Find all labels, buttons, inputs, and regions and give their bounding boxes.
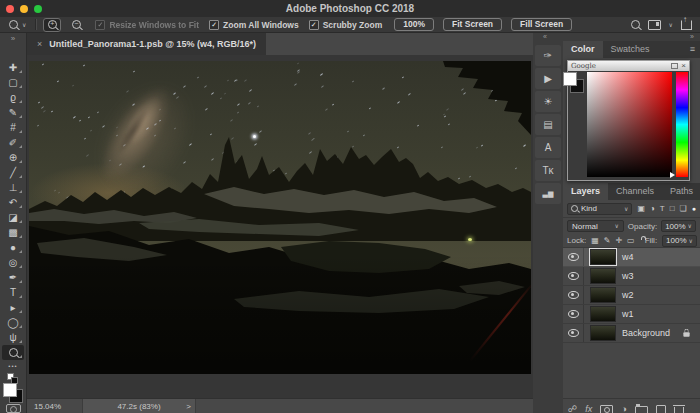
eraser-tool[interactable]: ◪ <box>2 210 24 225</box>
foreground-color-swatch[interactable] <box>563 72 577 86</box>
layer-filter-kind-select[interactable]: Kind ∨ <box>567 203 632 215</box>
checkbox-scrubby-zoom[interactable]: ✓Scrubby Zoom <box>309 20 383 30</box>
edit-toolbar-button[interactable]: ••• <box>8 363 17 369</box>
link-layers-icon[interactable]: ☍ <box>568 405 577 413</box>
hue-cursor[interactable] <box>670 172 675 178</box>
pen-tool[interactable]: ✒ <box>2 270 24 285</box>
hue-slider[interactable] <box>676 72 688 177</box>
adjustment-filter-icon[interactable]: ◑ <box>650 205 655 213</box>
hand-tool[interactable]: ψ <box>2 330 24 345</box>
tab-paths[interactable]: Paths <box>662 183 700 200</box>
actions-play-icon[interactable]: ▶ <box>535 68 561 89</box>
filter-toggle[interactable]: ● <box>692 205 696 212</box>
visibility-toggle[interactable] <box>563 267 584 285</box>
expand-toolbar-button[interactable]: » <box>11 33 15 45</box>
visibility-toggle[interactable] <box>563 286 584 304</box>
share-icon[interactable]: ↑ <box>681 20 692 30</box>
quick-mask-button[interactable] <box>6 404 21 413</box>
fill-value[interactable]: 100% ∨ <box>662 235 697 247</box>
tab-layers[interactable]: Layers <box>563 183 608 200</box>
fit-screen-button[interactable]: Fit Screen <box>443 18 502 31</box>
panel-menu-icon[interactable]: ≡ <box>690 41 700 58</box>
ellipse-tool[interactable]: ◯ <box>2 315 24 330</box>
visibility-toggle[interactable] <box>563 305 584 323</box>
visibility-toggle[interactable] <box>563 248 584 266</box>
default-colors-icon[interactable] <box>7 373 19 380</box>
zoom-percentage[interactable]: 15.04% <box>34 402 61 411</box>
type-tool[interactable]: T <box>2 285 24 300</box>
google-window-titlebar[interactable]: Google × <box>568 61 689 71</box>
document-tab[interactable]: × Untitled_Panorama1-1.psb @ 15% (w4, RG… <box>27 33 266 55</box>
chevron-down-icon[interactable]: ∨ <box>669 22 673 28</box>
move-tool[interactable]: ✚ <box>2 60 24 75</box>
lock-pixels-icon[interactable]: ✎ <box>604 237 611 245</box>
blend-mode-select[interactable]: Normal ∨ <box>567 220 624 232</box>
history-brush-tool[interactable]: ↶ <box>2 195 24 210</box>
lock-transparency-icon[interactable]: ▦ <box>591 237 599 245</box>
layer-thumbnail[interactable] <box>590 287 616 303</box>
tab-swatches[interactable]: Swatches <box>603 41 658 58</box>
layer-row-w1[interactable]: w1 <box>563 305 700 324</box>
zoom-out-button[interactable] <box>67 18 85 32</box>
zoom-100-button[interactable]: 100% <box>394 18 434 31</box>
tab-color[interactable]: Color <box>563 41 603 58</box>
add-layer-mask-icon[interactable] <box>600 405 613 413</box>
clone-stamp-tool[interactable]: ⊥ <box>2 180 24 195</box>
canvas-area[interactable] <box>27 55 533 398</box>
workspace-switcher-icon[interactable] <box>648 20 661 30</box>
new-group-icon[interactable] <box>635 406 648 413</box>
lasso-tool[interactable]: ϱ <box>2 90 24 105</box>
search-icon[interactable] <box>631 20 640 29</box>
layer-row-w4[interactable]: w4 <box>563 248 700 267</box>
type-filter-icon[interactable]: T <box>660 205 665 213</box>
layer-thumbnail[interactable] <box>590 268 616 284</box>
libraries-icon[interactable]: ▤ <box>535 114 561 135</box>
foreground-color-swatch[interactable] <box>3 383 17 397</box>
eyedropper-tool[interactable]: ✐ <box>2 135 24 150</box>
marquee-tool[interactable]: ▢ <box>2 75 24 90</box>
layer-thumbnail[interactable] <box>590 306 616 322</box>
color-saturation-field[interactable] <box>587 72 672 177</box>
brush-tool[interactable]: ╱ <box>2 165 24 180</box>
delete-layer-icon[interactable] <box>674 407 684 413</box>
foreground-background-swatches[interactable] <box>3 383 23 398</box>
histogram-icon[interactable]: ▃▆ <box>535 183 561 204</box>
shape-filter-icon[interactable]: □ <box>670 205 675 213</box>
glyphs-icon[interactable]: A <box>535 137 561 158</box>
new-layer-icon[interactable] <box>656 405 666 413</box>
lock-artboard-icon[interactable]: ▭ <box>627 237 635 245</box>
opacity-value[interactable]: 100% ∨ <box>661 220 696 232</box>
status-timing[interactable]: 47.2s (83%) > <box>82 399 196 413</box>
zoom-in-button[interactable] <box>43 18 61 32</box>
checkbox-zoom-all-windows[interactable]: ✓Zoom All Windows <box>209 20 299 30</box>
gradient-tool[interactable]: ▩ <box>2 225 24 240</box>
pixel-filter-icon[interactable]: ▣ <box>637 205 645 213</box>
dodge-tool[interactable]: ◎ <box>2 255 24 270</box>
smart-object-filter-icon[interactable]: ❏ <box>680 205 687 213</box>
layer-style-icon[interactable]: fx <box>585 405 592 413</box>
fill-screen-button[interactable]: Fill Screen <box>511 18 572 31</box>
expand-dock-icon[interactable]: » <box>690 33 694 40</box>
layer-row-w3[interactable]: w3 <box>563 267 700 286</box>
visibility-toggle[interactable] <box>563 324 584 342</box>
lock-position-icon[interactable]: ✛ <box>615 237 622 245</box>
collapse-dock-icon[interactable]: « <box>543 33 547 40</box>
blur-tool[interactable]: ● <box>2 240 24 255</box>
layer-row-w2[interactable]: w2 <box>563 286 700 305</box>
close-window-icon[interactable]: × <box>681 62 686 70</box>
layer-thumbnail[interactable] <box>590 325 616 341</box>
zoom-tool[interactable] <box>2 345 24 360</box>
status-chevron-icon[interactable]: > <box>186 402 191 411</box>
tab-channels[interactable]: Channels <box>608 183 662 200</box>
close-tab-icon[interactable]: × <box>37 39 42 49</box>
brush-settings-icon[interactable]: ✑ <box>535 45 561 66</box>
quick-selection-tool[interactable]: ✎ <box>2 105 24 120</box>
layer-thumbnail[interactable] <box>590 249 616 265</box>
spot-healing-tool[interactable]: ⊕ <box>2 150 24 165</box>
character-styles-icon[interactable]: Tᴋ <box>535 160 561 181</box>
path-selection-tool[interactable]: ▸ <box>2 300 24 315</box>
sun-icon[interactable]: ☀ <box>535 91 561 112</box>
adjustment-layer-icon[interactable]: ◑ <box>621 405 626 413</box>
google-floating-window[interactable]: Google × <box>567 60 690 181</box>
restore-window-icon[interactable] <box>671 63 678 69</box>
